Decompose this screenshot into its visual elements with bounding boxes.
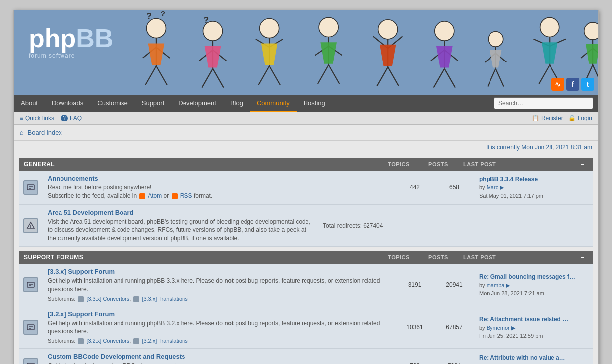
posts-count-33x: 20941	[434, 281, 474, 288]
forum-title-area51[interactable]: Area 51 Development Board	[48, 209, 133, 216]
faq-link[interactable]: ? FAQ	[61, 115, 82, 121]
forum-subforums-32x: Subforums: [3.2.x] Convertors, [3.2.x] T…	[48, 338, 390, 344]
general-section-title: GENERAL	[24, 161, 55, 168]
main-content: GENERAL TOPICS POSTS LAST POST − Announc…	[14, 158, 598, 364]
forum-desc-bbcode: Get help developing custom BBCodes or re…	[48, 362, 390, 364]
forum-icon-announcements	[23, 180, 38, 195]
support-topics-col: TOPICS	[379, 254, 419, 260]
subforum-icon-33x-1	[78, 296, 84, 302]
nav-bar: About Downloads Customise Support Develo…	[14, 95, 598, 112]
nav-item-hosting[interactable]: Hosting	[297, 95, 332, 112]
svg-point-39	[435, 21, 454, 41]
lastpost-by-33x: by mamba ▶	[479, 281, 593, 290]
nav-item-customise[interactable]: Customise	[90, 95, 134, 112]
svg-point-1	[146, 19, 166, 38]
subforum-link-32x-translations[interactable]: [3.2.x] Translations	[142, 338, 187, 344]
search-input[interactable]	[494, 97, 593, 109]
svg-text:?: ?	[161, 10, 165, 18]
forum-row-announcements: Announcements Read me first before posti…	[19, 171, 593, 205]
subforum-icon-32x-2	[133, 338, 139, 344]
forum-info-32x: [3.2.x] Support Forum Get help with inst…	[43, 306, 395, 349]
rss-feed-link[interactable]: RSS	[180, 192, 192, 199]
rss-icon[interactable]: ∿	[551, 78, 564, 91]
lastpost-bbcode: Re: Attribute with no value a… by 3Di ▶ …	[474, 353, 593, 364]
svg-point-72	[30, 227, 31, 228]
forum-desc-area51: Visit the Area 51 development board, php…	[48, 218, 313, 243]
general-collapse-btn[interactable]: −	[577, 161, 588, 167]
general-posts-col: POSTS	[419, 161, 458, 167]
menu-icon: ≡	[20, 115, 23, 121]
lastpost-32x: Re: Attachment issue related … by Bymemo…	[474, 315, 593, 340]
svg-text:?: ?	[146, 11, 152, 21]
forum-desc-32x: Get help with installation and running p…	[48, 319, 390, 336]
posts-count-32x: 67857	[434, 324, 474, 331]
twitter-icon[interactable]: t	[581, 78, 594, 91]
site-logo[interactable]: phpBB forum software	[29, 25, 113, 59]
forum-stats-bbcode: 738 7984 Re: Attribute with no value a… …	[395, 349, 593, 364]
forum-row-bbcode: Custom BBCode Development and Requests G…	[19, 349, 593, 364]
lastpost-title-bbcode[interactable]: Re: Attribute with no value a…	[479, 353, 593, 362]
nav-item-support[interactable]: Support	[135, 95, 172, 112]
forum-info-area51: Area 51 Development Board Visit the Area…	[43, 205, 318, 246]
forum-title-announcements[interactable]: Announcements	[48, 175, 98, 182]
view-post-icon-32x[interactable]: ▶	[511, 325, 515, 331]
header-banner: phpBB forum software ? ?	[14, 10, 598, 95]
svg-point-53	[540, 17, 559, 37]
svg-rect-67	[27, 185, 34, 190]
forum-info-bbcode: Custom BBCode Development and Requests G…	[43, 349, 395, 364]
forum-title-33x[interactable]: [3.3.x] Support Forum	[48, 268, 115, 275]
forum-row-32x: [3.2.x] Support Forum Get help with inst…	[19, 306, 593, 349]
forum-title-bbcode[interactable]: Custom BBCode Development and Requests	[48, 353, 185, 360]
subforum-link-32x-convertors[interactable]: [3.2.x] Convertors	[86, 338, 129, 344]
lastpost-title-32x[interactable]: Re: Attachment issue related …	[479, 315, 593, 324]
nav-item-community[interactable]: Community	[250, 95, 297, 112]
subforum-link-33x-translations[interactable]: [3.3.x] Translations	[142, 296, 187, 302]
support-collapse-btn[interactable]: −	[577, 254, 588, 260]
nav-search	[494, 97, 593, 109]
nav-item-development[interactable]: Development	[171, 95, 223, 112]
forum-icon-col	[19, 171, 43, 204]
nav-item-about[interactable]: About	[14, 95, 45, 112]
view-post-icon[interactable]: ▶	[500, 184, 504, 190]
lastpost-title-33x[interactable]: Re: Gmail bouncing messages f…	[479, 272, 593, 281]
lastpost-by-32x: by Bymemor ▶	[479, 324, 593, 332]
current-time: It is currently Mon Jun 28, 2021 8:31 am	[486, 144, 592, 151]
lastpost-author-announcements[interactable]: Marc	[487, 184, 498, 190]
nav-item-blog[interactable]: Blog	[223, 95, 250, 112]
forum-icon-32x	[23, 320, 38, 335]
svg-rect-0	[113, 10, 598, 95]
nav-item-downloads[interactable]: Downloads	[45, 95, 90, 112]
quicklinks-left: ≡ Quick links ? FAQ	[20, 115, 82, 121]
topics-count-32x: 10361	[395, 324, 434, 331]
login-icon: 🔓	[568, 115, 576, 121]
subforum-icon-33x-2	[133, 296, 139, 302]
subforum-link-33x-convertors[interactable]: [3.3.x] Convertors	[86, 296, 129, 302]
quicklinks-dropdown[interactable]: ≡ Quick links	[20, 115, 54, 121]
facebook-icon[interactable]: f	[566, 78, 579, 91]
breadcrumb-board-index[interactable]: Board index	[27, 129, 61, 136]
lastpost-title-announcements[interactable]: phpBB 3.3.4 Release	[479, 175, 593, 183]
lastpost-by-announcements: by Marc ▶	[479, 183, 593, 192]
feed-icon-rss	[172, 193, 178, 199]
lastpost-author-33x[interactable]: mamba	[487, 282, 505, 288]
svg-point-60	[584, 22, 598, 40]
svg-point-32	[378, 20, 398, 39]
posts-count-bbcode: 7984	[434, 362, 474, 364]
forum-stats-32x: 10361 67857 Re: Attachment issue related…	[395, 306, 593, 349]
topics-count-announcements: 442	[395, 184, 434, 191]
forum-stats-announcements: 442 658 phpBB 3.3.4 Release by Marc ▶ Sa…	[395, 171, 593, 204]
forum-subforums-33x: Subforums: [3.3.x] Convertors, [3.3.x] T…	[48, 296, 390, 302]
register-icon: 📋	[532, 115, 539, 121]
forum-row-area51: Area 51 Development Board Visit the Area…	[19, 205, 593, 247]
forum-title-32x[interactable]: [3.2.x] Support Forum	[48, 310, 115, 318]
feed-icon-atom	[139, 193, 145, 199]
view-post-icon-33x[interactable]: ▶	[506, 282, 510, 288]
lastpost-author-32x[interactable]: Bymemor	[487, 325, 510, 331]
login-link[interactable]: 🔓 Login	[568, 115, 592, 121]
lastpost-date-32x: Fri Jun 25, 2021 12:59 pm	[479, 332, 593, 340]
svg-rect-76	[27, 325, 34, 330]
forum-icon-area51	[23, 218, 38, 233]
atom-feed-link[interactable]: Atom	[148, 192, 162, 199]
svg-point-25	[319, 17, 338, 37]
register-link[interactable]: 📋 Register	[532, 115, 563, 121]
